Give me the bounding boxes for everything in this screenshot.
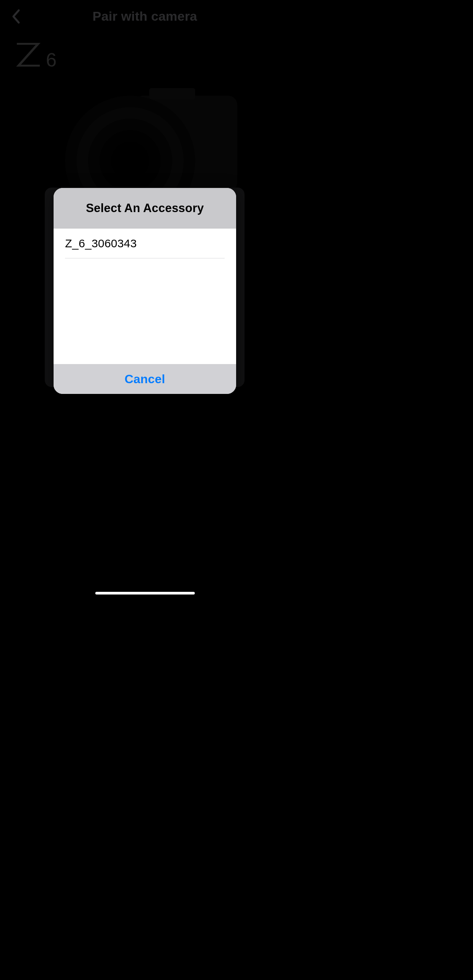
cancel-button[interactable]: Cancel <box>54 364 236 394</box>
modal-title: Select An Accessory <box>86 201 204 215</box>
accessory-picker-modal: Select An Accessory Z_6_3060343 Cancel <box>54 188 236 394</box>
home-indicator[interactable] <box>95 592 195 595</box>
accessory-item[interactable]: Z_6_3060343 <box>65 229 225 258</box>
modal-header: Select An Accessory <box>54 188 236 229</box>
cancel-label: Cancel <box>124 372 165 386</box>
accessory-list[interactable]: Z_6_3060343 <box>54 229 236 364</box>
